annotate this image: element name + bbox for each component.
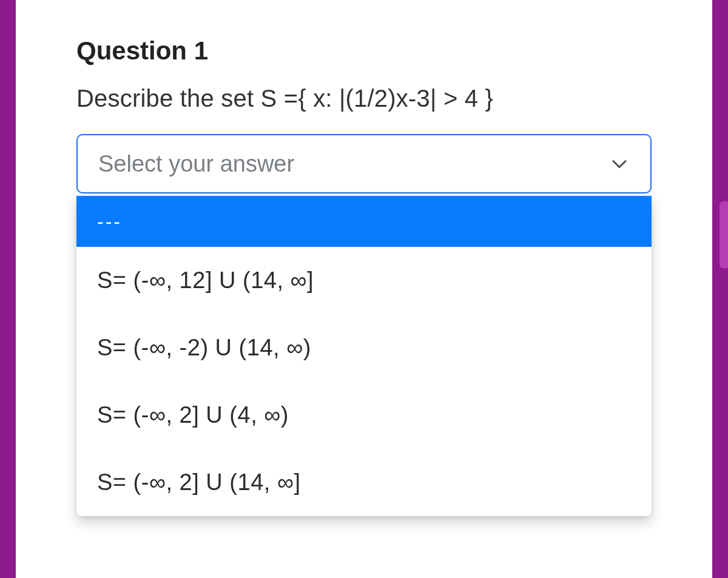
- option-3[interactable]: S= (-∞, 2] U (4, ∞): [76, 381, 652, 449]
- right-notch: [720, 201, 728, 268]
- answer-select[interactable]: Select your answer: [76, 134, 652, 193]
- right-accent-bar: [712, 0, 728, 578]
- option-2[interactable]: S= (-∞, -2) U (14, ∞): [76, 314, 652, 381]
- option-4[interactable]: S= (-∞, 2] U (14, ∞]: [76, 449, 652, 516]
- question-prompt: Describe the set S ={ x: |(1/2)x-3| > 4 …: [76, 85, 652, 112]
- question-title: Question 1: [76, 36, 652, 66]
- chevron-down-icon: [609, 153, 630, 174]
- answer-dropdown: --- S= (-∞, 12] U (14, ∞] S= (-∞, -2) U …: [76, 196, 652, 516]
- select-placeholder: Select your answer: [98, 151, 294, 177]
- option-1[interactable]: S= (-∞, 12] U (14, ∞]: [76, 247, 652, 314]
- question-card: Question 1 Describe the set S ={ x: |(1/…: [16, 0, 712, 578]
- option-placeholder[interactable]: ---: [76, 196, 652, 247]
- left-accent-bar: [0, 0, 16, 578]
